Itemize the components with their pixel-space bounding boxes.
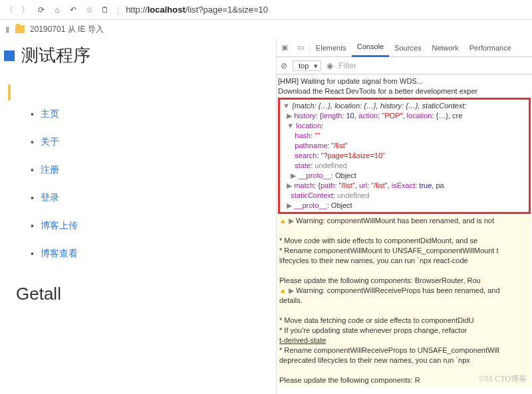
- nav-home[interactable]: 主页: [41, 108, 59, 120]
- nav-upload[interactable]: 博客上传: [41, 220, 78, 232]
- devtools-tabs: ▣ ▭ | Elements Console Sources Network P…: [277, 39, 532, 57]
- divider: |: [117, 5, 119, 15]
- section-heading: Getall: [4, 268, 276, 304]
- favorites-bar: ▮ 20190701 从 IE 导入: [0, 20, 532, 39]
- eye-icon[interactable]: ◉: [327, 61, 333, 70]
- nav-login[interactable]: 登录: [41, 192, 59, 204]
- console-output: [HMR] Waiting for update signal from WDS…: [277, 74, 532, 394]
- favorite-folder[interactable]: 20190701 从 IE 导入: [30, 24, 104, 35]
- filter-input[interactable]: Filter: [338, 61, 356, 70]
- nav-view[interactable]: 博客查看: [41, 248, 78, 260]
- address-bar[interactable]: http://localhost/list?page=1&size=10: [126, 5, 528, 15]
- browser-toolbar: 〈 〉 ⟳ ⌂ ↶ ☆ 🗒 | http://localhost/list?pa…: [0, 0, 532, 20]
- highlight-box: ▼ {match: {…}, location: {…}, history: {…: [278, 98, 531, 214]
- tab-network[interactable]: Network: [426, 39, 464, 57]
- bookmark-handle[interactable]: ▮: [5, 25, 10, 34]
- folder-icon: [15, 25, 25, 33]
- watermark: ©51 CTO博客: [479, 373, 527, 385]
- home-icon[interactable]: ⌂: [52, 5, 63, 15]
- tab-performance[interactable]: Performance: [464, 39, 517, 57]
- clear-icon[interactable]: ⊘: [281, 61, 287, 70]
- nav-about[interactable]: 关于: [41, 136, 59, 148]
- back-icon[interactable]: 〈: [4, 4, 15, 15]
- page-content: 测试程序 主页 关于 注册 登录 博客上传 博客查看 Getall: [0, 39, 277, 394]
- console-toolbar: ⊘ top ◉ Filter: [277, 57, 532, 74]
- devtools-panel: ▣ ▭ | Elements Console Sources Network P…: [277, 39, 532, 394]
- refresh-icon[interactable]: ⟳: [36, 5, 47, 15]
- accent-bar: [8, 84, 11, 100]
- app-title: 测试程序: [21, 44, 90, 67]
- star-icon[interactable]: ☆: [84, 5, 94, 15]
- inspect-icon[interactable]: ▣: [277, 43, 293, 52]
- context-select[interactable]: top: [293, 60, 321, 71]
- nav-buttons: 〈 〉 ⟳ ⌂ ↶ ☆ 🗒: [4, 4, 110, 15]
- tab-elements[interactable]: Elements: [311, 39, 352, 57]
- log-line: Download the React DevTools for a better…: [278, 86, 531, 96]
- undo-icon[interactable]: ↶: [68, 5, 78, 15]
- nav-register[interactable]: 注册: [41, 164, 59, 176]
- nav-list: 主页 关于 注册 登录 博客上传 博客查看: [4, 100, 276, 268]
- device-icon[interactable]: ▭: [293, 43, 309, 52]
- tab-sources[interactable]: Sources: [389, 39, 426, 57]
- tab-console[interactable]: Console: [352, 39, 389, 57]
- log-line: [HMR] Waiting for update signal from WDS…: [278, 76, 531, 86]
- forward-icon[interactable]: 〉: [20, 4, 31, 15]
- app-icon: [4, 50, 15, 61]
- note-icon[interactable]: 🗒: [100, 5, 110, 15]
